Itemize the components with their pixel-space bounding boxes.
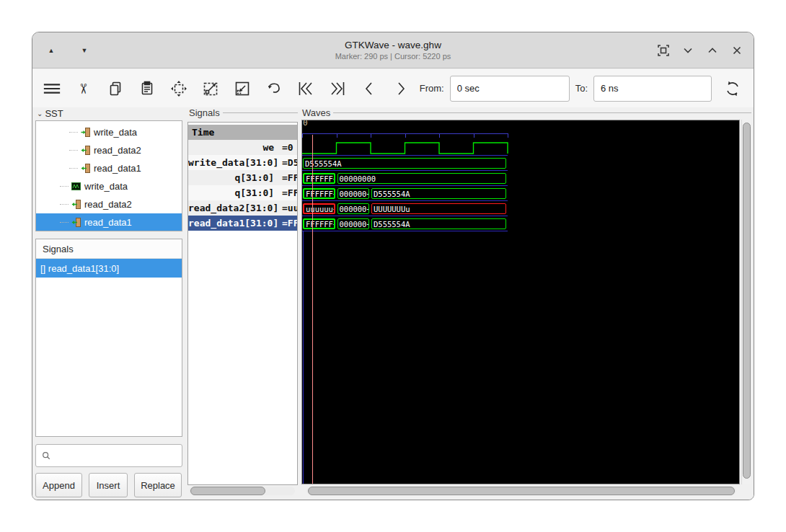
sst-tree: write_dataread_data2read_data1write_data…	[35, 120, 182, 231]
signal-name: we	[188, 142, 280, 153]
sst-item-read_data2[interactable]: read_data2	[36, 195, 182, 213]
titlebar[interactable]: ▲ ▼ GTKWave - wave.ghw Marker: 290 ps | …	[32, 32, 754, 68]
sst-header[interactable]: ⌄ SST	[37, 108, 63, 119]
wave-segment-q[interactable]: FFFFFF+	[303, 188, 335, 199]
signal-row-write_data310[interactable]: write_data[31:0] =D555554A	[188, 155, 297, 170]
sst-item-label: write_data	[94, 127, 137, 138]
signal-value: =FFFFFFFF	[282, 187, 297, 198]
write-port-icon	[80, 127, 91, 138]
signal-value: =FFFFFFFF	[282, 218, 297, 229]
signal-panel-hscrollbar[interactable]	[189, 487, 295, 495]
zoom-out-icon[interactable]	[233, 79, 252, 98]
signal-value: =0	[282, 142, 293, 153]
signal-row-we[interactable]: we =0	[188, 140, 297, 155]
wave-segment-q[interactable]: FFFFFF+	[303, 173, 335, 184]
sst-item-label: write_data	[84, 181, 128, 192]
menu-icon[interactable]	[43, 79, 61, 98]
sst-item-read_data2[interactable]: read_data2	[36, 141, 182, 159]
wave-segment-read_data2[interactable]: 000000+	[337, 203, 370, 214]
signal-row-q310[interactable]: q[31:0] =FFFFFFFF	[188, 170, 297, 185]
step-forward-icon[interactable]	[392, 79, 410, 98]
signal-name: q[31:0]	[188, 172, 280, 183]
cut-icon[interactable]: ✂	[74, 79, 93, 98]
reload-icon[interactable]	[723, 79, 742, 98]
collapse-down-button[interactable]: ▼	[76, 42, 93, 59]
sst-item-label: read_data1	[84, 217, 132, 228]
to-label: To:	[575, 83, 588, 94]
signals-listbox-item[interactable]: [] read_data1[31:0]	[36, 259, 182, 278]
sst-item-read_data1[interactable]: read_data1	[36, 213, 182, 231]
wave-segment-q[interactable]: D555554A	[371, 188, 506, 199]
go-to-start-icon[interactable]	[296, 79, 315, 98]
signal-row-read_data1310[interactable]: read_data1[31:0] =FFFFFFFF	[188, 216, 297, 231]
undo-icon[interactable]	[265, 79, 283, 98]
step-back-icon[interactable]	[360, 79, 379, 98]
sst-item-label: read_data2	[94, 145, 141, 156]
toolbar: ✂ From:	[32, 69, 754, 107]
collapse-up-button[interactable]: ▲	[43, 42, 60, 59]
tree-connector	[69, 150, 78, 151]
primary-marker-line[interactable]	[312, 135, 313, 484]
read-port-icon	[80, 163, 91, 174]
sst-item-read_data1[interactable]: read_data1	[36, 159, 182, 177]
waves-frame-label: Waves	[302, 107, 751, 118]
read-port-icon	[80, 145, 91, 156]
search-icon	[42, 451, 50, 461]
tree-connector	[60, 204, 69, 205]
from-label: From:	[420, 83, 444, 94]
wave-hscrollbar[interactable]	[306, 487, 736, 495]
zoom-in-icon[interactable]	[201, 79, 220, 98]
time-header[interactable]: Time	[188, 125, 297, 140]
wave-segment-write_data[interactable]: D555554A	[303, 158, 506, 169]
insert-button[interactable]: Insert	[89, 473, 128, 497]
wave-segment-q[interactable]: 00000000	[337, 173, 507, 184]
fit-window-icon[interactable]	[655, 43, 671, 58]
wave-segment-read_data1[interactable]: 000000+	[337, 218, 370, 229]
signal-row-q310[interactable]: q[31:0] =FFFFFFFF	[188, 185, 297, 200]
wave-display[interactable]: 0 D555554AFFFFFF+00000000FFFFFF+000000+D…	[301, 120, 740, 484]
wave-segment-read_data2[interactable]: UUUUUUUu	[371, 203, 506, 214]
content-area: ⌄ SST write_dataread_data2read_data1writ…	[32, 107, 754, 500]
maximize-icon[interactable]	[705, 43, 720, 58]
wave-segment-read_data1[interactable]: FFFFFF+	[303, 218, 335, 229]
wave-segment-read_data2[interactable]: uuuuuu+	[303, 203, 335, 214]
signal-row-read_data2310[interactable]: read_data2[31:0] =uuuuuuuu	[188, 200, 297, 216]
paste-icon[interactable]	[138, 79, 156, 98]
window-title: GTKWave - wave.ghw	[345, 39, 441, 51]
zoom-fit-icon[interactable]	[169, 79, 188, 98]
wave-segment-q[interactable]: 000000+	[337, 188, 370, 199]
wave-segment-read_data1[interactable]: D555554A	[371, 218, 506, 229]
tree-connector	[69, 132, 78, 133]
minimize-icon[interactable]	[680, 43, 696, 58]
signal-panel-frame-label: Signals	[189, 107, 298, 118]
signal-name: read_data1[31:0]	[188, 218, 280, 229]
signal-value: =uuuuuuuu	[282, 203, 297, 213]
marker-cursor-status: Marker: 290 ps | Cursor: 5220 ps	[335, 51, 451, 61]
tree-connector	[60, 222, 69, 223]
tree-connector	[69, 168, 78, 169]
signals-listbox: Signals [] read_data1[31:0]	[35, 239, 182, 437]
signal-value: =D555554A	[282, 157, 297, 168]
sst-item-label: read_data2	[84, 199, 132, 210]
close-icon[interactable]	[729, 43, 745, 58]
search-input[interactable]	[55, 445, 182, 466]
from-input[interactable]	[450, 76, 570, 102]
read-port-icon	[71, 199, 81, 210]
signal-search[interactable]	[35, 444, 182, 467]
sst-item-write_data[interactable]: write_data	[36, 177, 182, 195]
go-to-end-icon[interactable]	[328, 79, 347, 98]
signal-name: write_data[31:0]	[188, 157, 280, 168]
append-button[interactable]: Append	[35, 473, 82, 497]
tree-connector	[60, 186, 69, 187]
signal-value: =FFFFFFFF	[282, 172, 297, 183]
ruler-origin-label: 0	[303, 120, 308, 128]
copy-icon[interactable]	[106, 79, 125, 98]
signal-name: read_data2[31:0]	[188, 203, 280, 213]
replace-button[interactable]: Replace	[134, 473, 182, 497]
gtkwave-window: ▲ ▼ GTKWave - wave.ghw Marker: 290 ps | …	[32, 32, 754, 500]
sst-expander-icon[interactable]: ⌄	[37, 110, 43, 118]
signal-name-panel: Timewe =0write_data[31:0] =D555554Aq[31:…	[187, 122, 298, 485]
wave-vscrollbar[interactable]	[741, 120, 751, 484]
to-input[interactable]	[593, 76, 712, 102]
sst-item-write_data[interactable]: write_data	[36, 123, 182, 141]
